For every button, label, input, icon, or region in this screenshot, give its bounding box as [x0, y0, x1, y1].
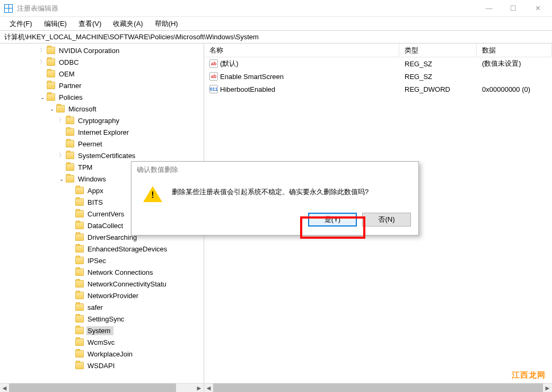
- list-scrollbar[interactable]: ◄ ►: [204, 383, 552, 392]
- tree-item[interactable]: Internet Explorer: [0, 126, 204, 138]
- address-bar[interactable]: 计算机\HKEY_LOCAL_MACHINE\SOFTWARE\Policies…: [0, 31, 552, 43]
- spacer-icon: [67, 221, 75, 230]
- folder-icon: [47, 82, 55, 89]
- folder-icon: [75, 245, 84, 252]
- folder-icon: [47, 47, 55, 54]
- dialog-message: 删除某些注册表值会引起系统不稳定。确实要永久删除此数值吗?: [172, 185, 409, 197]
- tree-item-label: ODBC: [58, 58, 80, 67]
- tree-item-label: SettingSync: [86, 315, 125, 324]
- tree-item[interactable]: 〉NVIDIA Corporation: [0, 45, 204, 56]
- column-type[interactable]: 类型: [399, 43, 477, 57]
- value-name: HiberbootEnabled: [220, 85, 275, 93]
- chevron-down-icon[interactable]: ⌄: [48, 104, 56, 113]
- spacer-icon: [67, 291, 75, 300]
- dialog-title: 确认数值删除: [132, 162, 418, 178]
- tree-item[interactable]: 〉SystemCertificates: [0, 150, 204, 161]
- folder-icon: [56, 105, 65, 112]
- tree-item[interactable]: Peernet: [0, 138, 204, 150]
- spacer-icon: [67, 280, 75, 288]
- value-row[interactable]: abEnable SmartScreenREG_SZ: [204, 70, 552, 83]
- spacer-icon: [67, 338, 75, 346]
- spacer-icon: [67, 303, 75, 311]
- folder-icon: [75, 198, 84, 206]
- scroll-right-icon[interactable]: ►: [195, 384, 204, 393]
- menu-help[interactable]: 帮助(H): [150, 18, 183, 30]
- address-path: 计算机\HKEY_LOCAL_MACHINE\SOFTWARE\Policies…: [4, 32, 259, 42]
- spacer-icon: [57, 140, 66, 148]
- tree-item[interactable]: SettingSync: [0, 313, 204, 325]
- tree-item-label: EnhancedStorageDevices: [86, 245, 168, 254]
- value-type: REG_SZ: [399, 59, 477, 68]
- folder-icon: [66, 163, 74, 171]
- chevron-right-icon[interactable]: 〉: [38, 46, 47, 55]
- folder-icon: [75, 350, 84, 358]
- tree-item[interactable]: System: [0, 325, 204, 336]
- chevron-right-icon[interactable]: 〉: [57, 151, 66, 160]
- tree-scrollbar[interactable]: ◄ ►: [0, 383, 204, 392]
- scroll-right-icon[interactable]: ►: [543, 384, 552, 393]
- tree-item-label: SystemCertificates: [77, 151, 136, 160]
- folder-icon: [66, 152, 74, 159]
- minimize-button[interactable]: —: [477, 1, 501, 16]
- tree-item[interactable]: safer: [0, 301, 204, 313]
- tree-item-label: NVIDIA Corporation: [58, 46, 120, 55]
- tree-item[interactable]: 〉ODBC: [0, 56, 204, 68]
- tree-item[interactable]: 〉Cryptography: [0, 115, 204, 126]
- tree-item-label: CurrentVers: [86, 210, 125, 219]
- value-data: 0x00000000 (0): [477, 85, 552, 94]
- spacer-icon: [67, 326, 75, 335]
- tree-item-label: BITS: [86, 198, 104, 207]
- tree-item-label: Appx: [86, 186, 104, 195]
- tree-item[interactable]: WSDAPI: [0, 360, 204, 371]
- tree-item-label: NetworkProvider: [86, 291, 139, 300]
- scroll-left-icon[interactable]: ◄: [204, 384, 213, 393]
- chevron-right-icon[interactable]: 〉: [38, 58, 47, 66]
- confirm-delete-dialog: 确认数值删除 删除某些注册表值会引起系统不稳定。确实要永久删除此数值吗? 是(Y…: [131, 161, 419, 236]
- chevron-right-icon[interactable]: 〉: [57, 116, 66, 125]
- folder-icon: [75, 327, 84, 334]
- tree-item[interactable]: EnhancedStorageDevices: [0, 243, 204, 255]
- chevron-down-icon[interactable]: ⌄: [38, 93, 47, 101]
- folder-icon: [75, 338, 84, 346]
- value-row[interactable]: 011HiberbootEnabledREG_DWORD0x00000000 (…: [204, 83, 552, 95]
- tree-item[interactable]: WcmSvc: [0, 336, 204, 348]
- dword-value-icon: 011: [209, 85, 218, 93]
- tree-item[interactable]: IPSec: [0, 255, 204, 266]
- tree-item[interactable]: OEM: [0, 68, 204, 80]
- tree-item[interactable]: WorkplaceJoin: [0, 348, 204, 360]
- spacer-icon: [67, 256, 75, 265]
- menu-favorites[interactable]: 收藏夹(A): [108, 18, 148, 30]
- value-list[interactable]: ab(默认)REG_SZ(数值未设置)abEnable SmartScreenR…: [204, 57, 552, 95]
- folder-icon: [75, 362, 84, 369]
- tree-item[interactable]: Partner: [0, 80, 204, 91]
- value-type: REG_SZ: [399, 72, 477, 81]
- chevron-down-icon[interactable]: ⌄: [57, 175, 66, 183]
- menu-edit[interactable]: 编辑(E): [39, 18, 72, 30]
- maximize-button[interactable]: ☐: [501, 1, 525, 16]
- folder-icon: [66, 175, 74, 182]
- tree-item[interactable]: NetworkConnectivityStatu: [0, 278, 204, 290]
- spacer-icon: [67, 315, 75, 323]
- value-data: [477, 76, 552, 77]
- folder-icon: [75, 315, 84, 323]
- spacer-icon: [67, 198, 75, 206]
- value-row[interactable]: ab(默认)REG_SZ(数值未设置): [204, 57, 552, 70]
- yes-button[interactable]: 是(Y): [308, 213, 357, 227]
- no-button[interactable]: 否(N): [362, 213, 411, 227]
- close-button[interactable]: ✕: [525, 1, 550, 16]
- column-data[interactable]: 数据: [477, 43, 552, 57]
- folder-icon: [75, 210, 84, 217]
- tree-item-label: DriverSearching: [86, 233, 138, 242]
- tree-item-label: Internet Explorer: [77, 128, 130, 137]
- tree-item[interactable]: Network Connections: [0, 266, 204, 278]
- menu-file[interactable]: 文件(F): [4, 18, 38, 30]
- spacer-icon: [67, 210, 75, 218]
- menu-view[interactable]: 查看(V): [73, 18, 107, 30]
- app-icon: [4, 4, 13, 13]
- scroll-left-icon[interactable]: ◄: [0, 384, 9, 393]
- tree-item[interactable]: NetworkProvider: [0, 290, 204, 301]
- tree-item[interactable]: ⌄Policies: [0, 91, 204, 103]
- column-name[interactable]: 名称: [204, 43, 399, 57]
- tree-item[interactable]: ⌄Microsoft: [0, 103, 204, 115]
- titlebar: 注册表编辑器 — ☐ ✕: [0, 0, 552, 17]
